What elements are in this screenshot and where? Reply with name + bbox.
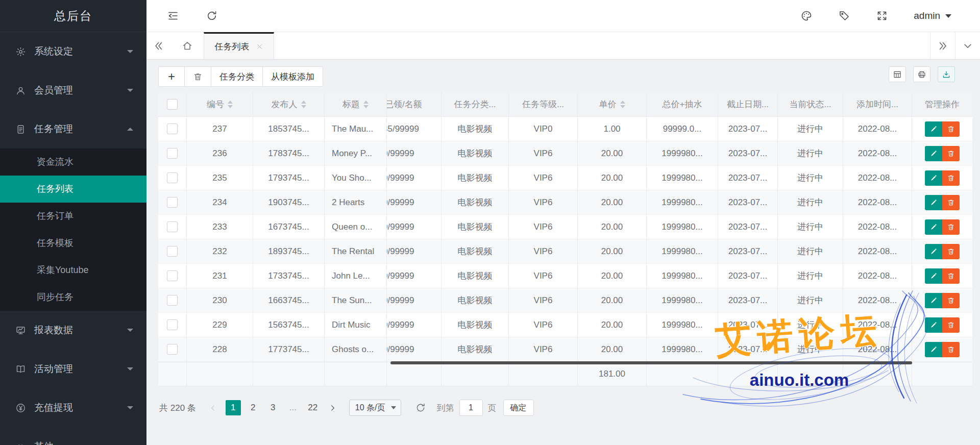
delete-button[interactable] <box>942 293 960 308</box>
sidebar-subitem-task-templates[interactable]: 任务模板 <box>0 230 146 257</box>
user-menu[interactable]: admin <box>914 10 951 21</box>
refresh-icon[interactable] <box>206 10 218 22</box>
cell-deadline: 2023-07... <box>718 264 778 288</box>
sort-icon[interactable] <box>301 101 306 108</box>
page-button-1[interactable]: 1 <box>226 400 241 415</box>
export-button[interactable] <box>938 66 955 82</box>
delete-button[interactable] <box>942 268 960 284</box>
sort-icon[interactable] <box>363 101 369 108</box>
summary-cell-category <box>442 362 509 386</box>
page-size-select[interactable]: 10 条/页 <box>349 400 401 416</box>
sidebar-item-system[interactable]: 系统设定 <box>0 32 146 71</box>
edit-button[interactable] <box>925 293 942 308</box>
edit-button[interactable] <box>925 342 942 357</box>
tabs-menu-button[interactable] <box>955 32 980 59</box>
trash-icon <box>947 223 955 231</box>
header-cell-actions[interactable]: 管理操作 <box>912 92 972 117</box>
goto-page: 到第 页 <box>437 400 497 416</box>
edit-button[interactable] <box>925 121 942 137</box>
header-cell-publisher[interactable]: 发布人 <box>253 92 325 117</box>
row-checkbox[interactable] <box>167 270 178 281</box>
header-cell-category[interactable]: 任务分类... <box>442 92 509 117</box>
header-cell-unit_price[interactable]: 单价 <box>578 92 647 117</box>
row-checkbox[interactable] <box>167 148 178 159</box>
header-cell-deadline[interactable]: 截止日期... <box>718 92 778 117</box>
header-cell-id[interactable]: 编号 <box>187 92 253 117</box>
page-button-22[interactable]: 22 <box>305 400 321 415</box>
header-cell-title[interactable]: 标题 <box>325 92 387 117</box>
fullscreen-icon[interactable] <box>876 10 888 22</box>
toggle-columns-button[interactable] <box>889 66 906 82</box>
sidebar-item-recharge[interactable]: 充值提现 <box>0 388 146 427</box>
cell-status: 进行中 <box>778 337 843 362</box>
page-button-2[interactable]: 2 <box>246 400 261 415</box>
row-checkbox[interactable] <box>167 295 178 306</box>
sort-icon[interactable] <box>620 101 625 108</box>
tabs-scroll-right-button[interactable] <box>930 32 955 59</box>
delete-button[interactable] <box>942 146 960 161</box>
header-cell-added[interactable]: 添加时间... <box>843 92 912 117</box>
tab-home[interactable] <box>171 32 204 59</box>
edit-button[interactable] <box>925 146 942 161</box>
cell-status: 进行中 <box>778 117 843 141</box>
sidebar-subitem-sync-tasks[interactable]: 同步任务 <box>0 284 146 311</box>
header-cell-status[interactable]: 当前状态... <box>778 92 843 117</box>
select-all-checkbox[interactable] <box>167 99 178 110</box>
row-actions <box>925 219 960 235</box>
next-page-button[interactable] <box>325 400 340 415</box>
header-cell-quota[interactable]: 已领/名额 <box>387 92 442 117</box>
task-category-button[interactable]: 任务分类 <box>211 66 263 87</box>
add-from-template-button[interactable]: 从模板添加 <box>262 66 323 87</box>
sidebar-item-label: 其他 <box>34 440 127 445</box>
close-icon[interactable] <box>256 43 263 51</box>
edit-button[interactable] <box>925 170 942 186</box>
sidebar-item-member[interactable]: 会员管理 <box>0 71 146 110</box>
confirm-button[interactable]: 确定 <box>503 400 534 416</box>
edit-button[interactable] <box>925 317 942 333</box>
delete-button[interactable] <box>942 170 960 186</box>
cell-added: 2022-08... <box>843 190 912 215</box>
delete-button[interactable] <box>942 219 960 235</box>
tabs-scroll-left-button[interactable] <box>146 32 171 59</box>
edit-button[interactable] <box>925 219 942 235</box>
theme-palette-icon[interactable] <box>800 10 813 22</box>
pagination-refresh-icon[interactable] <box>415 402 426 413</box>
delete-button[interactable] <box>942 121 960 137</box>
header-cell-level[interactable]: 任务等级... <box>509 92 578 117</box>
sidebar-item-activity[interactable]: 活动管理 <box>0 350 146 388</box>
sidebar-item-report[interactable]: 报表数据 <box>0 311 146 350</box>
tag-icon[interactable] <box>838 10 850 22</box>
sort-icon[interactable] <box>228 101 233 108</box>
sidebar-subitem-collect-youtube[interactable]: 采集Youtube <box>0 257 146 284</box>
add-button[interactable]: + <box>158 66 185 87</box>
sidebar-item-other[interactable]: 其他 <box>0 427 146 445</box>
row-checkbox[interactable] <box>167 221 178 232</box>
sidebar-subitem-task-list[interactable]: 任务列表 <box>0 176 146 203</box>
row-checkbox[interactable] <box>167 344 178 355</box>
prev-page-button[interactable] <box>206 400 221 415</box>
sidebar-item-task[interactable]: 任务管理 <box>0 110 146 149</box>
delete-button[interactable] <box>942 342 960 357</box>
sidebar-subitem-funds[interactable]: 资金流水 <box>0 149 146 176</box>
row-checkbox[interactable] <box>167 246 178 257</box>
row-checkbox[interactable] <box>167 319 178 330</box>
edit-button[interactable] <box>925 195 942 210</box>
delete-button[interactable] <box>942 195 960 210</box>
delete-button[interactable] <box>184 66 211 87</box>
row-checkbox[interactable] <box>167 197 178 208</box>
edit-button[interactable] <box>925 244 942 259</box>
tab-task-list[interactable]: 任务列表 <box>204 32 274 59</box>
sidebar-subitem-task-orders[interactable]: 任务订单 <box>0 203 146 230</box>
delete-button[interactable] <box>942 317 960 333</box>
delete-button[interactable] <box>942 244 960 259</box>
horizontal-scrollbar-thumb[interactable] <box>390 361 912 364</box>
goto-page-input[interactable] <box>459 400 483 416</box>
row-checkbox[interactable] <box>167 172 178 183</box>
edit-button[interactable] <box>925 268 942 284</box>
header-cell-total_price[interactable]: 总价+抽水 <box>647 92 718 117</box>
row-checkbox[interactable] <box>167 123 178 134</box>
cell-checkbox <box>158 264 187 288</box>
collapse-menu-icon[interactable] <box>167 10 179 22</box>
page-button-3[interactable]: 3 <box>265 400 281 415</box>
print-button[interactable] <box>913 66 930 82</box>
